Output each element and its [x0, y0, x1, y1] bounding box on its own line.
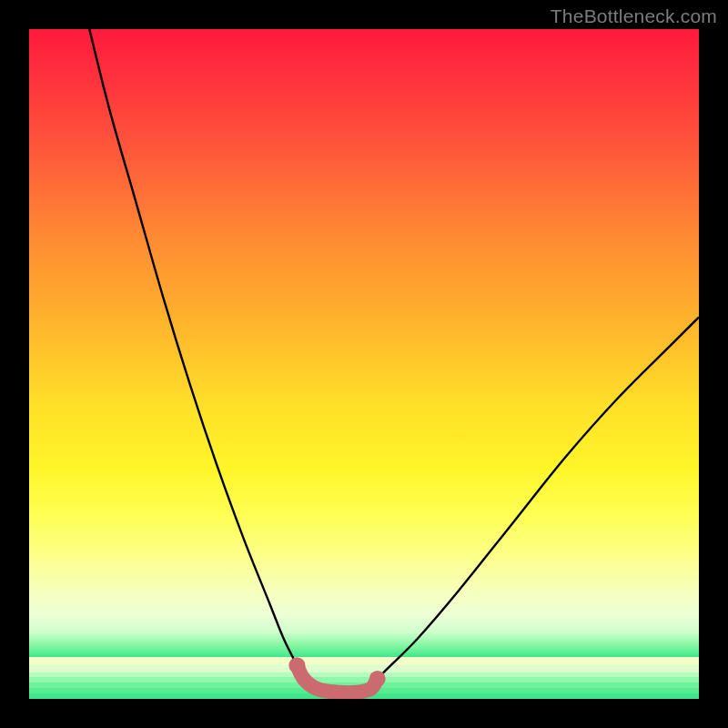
bottleneck-curve — [29, 29, 699, 699]
watermark-text: TheBottleneck.com — [551, 5, 717, 27]
chart-frame: TheBottleneck.com — [0, 0, 728, 728]
curve-main — [89, 29, 699, 693]
curve-highlight — [297, 665, 377, 693]
plot-area — [29, 29, 699, 699]
